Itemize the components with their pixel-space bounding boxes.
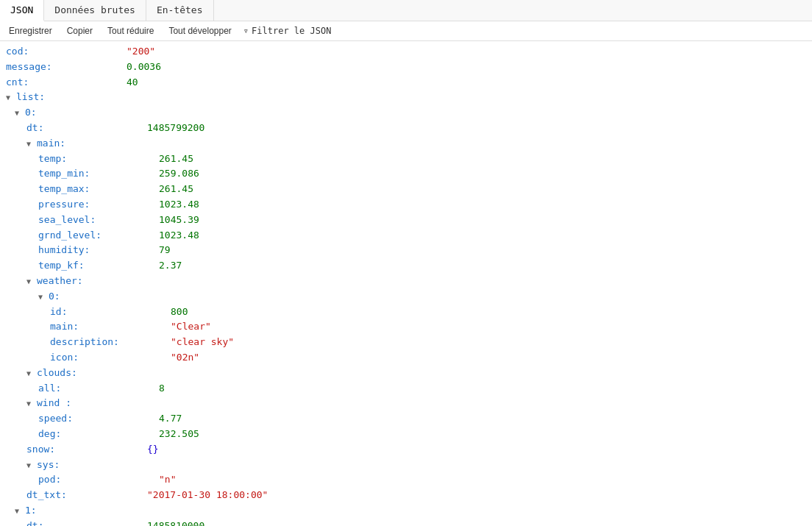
val-dt-txt: "2017-01-30 18:00:00" [147, 488, 268, 503]
toggle-sys[interactable]: ▼ [26, 460, 35, 472]
key-icon: icon: [50, 352, 79, 363]
json-line-cod: cod: "200" [0, 44, 812, 60]
key-all: all: [38, 383, 61, 394]
val-icon: "02n" [171, 350, 199, 366]
toggle-main[interactable]: ▼ [26, 138, 35, 150]
json-line-pod: pod: "n" [0, 472, 812, 488]
json-line-weather: ▼ weather: [0, 274, 812, 289]
json-line-list: ▼ list: [0, 90, 812, 105]
tab-headers[interactable]: En-têtes [146, 0, 214, 21]
json-line-id: id: 800 [0, 305, 812, 320]
val-deg: 232.505 [159, 427, 199, 442]
json-line-weather-0: ▼ 0: [0, 289, 812, 305]
json-line-icon: icon: "02n" [0, 350, 812, 366]
json-line-dt2: dt: 1485810000 [0, 519, 812, 526]
json-line-sea-level: sea_level: 1045.39 [0, 213, 812, 228]
key-speed: speed: [38, 413, 73, 424]
key-sys: sys: [37, 458, 60, 473]
val-sea-level: 1045.39 [159, 213, 199, 228]
toggle-list[interactable]: ▼ [6, 92, 15, 104]
val-temp-max: 261.45 [159, 182, 193, 197]
key-w-main: main: [50, 321, 79, 332]
tab-bar: JSON Données brutes En-têtes [0, 0, 812, 21]
json-line-temp-max: temp_max: 261.45 [0, 182, 812, 197]
filter-icon: ▿ [243, 26, 249, 36]
key-dt-txt: dt_txt: [26, 489, 67, 500]
key-wind: wind : [37, 396, 71, 411]
copy-button[interactable]: Copier [64, 24, 96, 38]
key-main: main: [37, 136, 65, 152]
val-all: 8 [159, 381, 165, 397]
filter-json[interactable]: ▿ Filtrer le JSON [243, 26, 332, 36]
tab-raw-data[interactable]: Données brutes [44, 0, 146, 21]
json-line-temp: temp: 261.45 [0, 152, 812, 167]
toggle-list-0[interactable]: ▼ [15, 107, 24, 119]
json-line-humidity: humidity: 79 [0, 243, 812, 258]
val-temp-min: 259.086 [159, 166, 199, 182]
key-weather: weather: [37, 274, 83, 289]
val-cod: "200" [127, 44, 155, 60]
save-button[interactable]: Enregistrer [6, 24, 55, 38]
json-line-message: message: 0.0036 [0, 60, 812, 75]
key-snow: snow: [26, 444, 55, 455]
json-line-all: all: 8 [0, 381, 812, 397]
key-pod: pod: [38, 474, 61, 485]
json-line-grnd-level: grnd_level: 1023.48 [0, 228, 812, 244]
json-line-list-0: ▼ 0: [0, 105, 812, 121]
json-line-cnt: cnt: 40 [0, 75, 812, 90]
json-line-list-1: ▼ 1: [0, 503, 812, 519]
json-line-dt: dt: 1485799200 [0, 121, 812, 136]
key-list-0: 0: [25, 105, 37, 121]
key-temp-kf: temp_kf: [38, 260, 85, 271]
json-line-dt-txt: dt_txt: "2017-01-30 18:00:00" [0, 488, 812, 503]
val-snow: {} [147, 442, 159, 458]
val-id: 800 [171, 305, 188, 320]
filter-label: Filtrer le JSON [252, 26, 331, 36]
val-dt2: 1485810000 [147, 519, 204, 526]
json-line-temp-kf: temp_kf: 2.37 [0, 258, 812, 274]
key-description: description: [50, 336, 119, 347]
key-id: id: [50, 306, 67, 317]
val-grnd-level: 1023.48 [159, 228, 199, 244]
toggle-weather[interactable]: ▼ [26, 276, 35, 288]
key-temp: temp: [38, 153, 67, 164]
key-temp-max: temp_max: [38, 183, 90, 194]
toggle-list-1[interactable]: ▼ [15, 505, 24, 517]
val-pod: "n" [159, 472, 176, 488]
val-speed: 4.77 [159, 411, 182, 427]
key-message: message: [6, 61, 52, 72]
tab-json[interactable]: JSON [0, 0, 44, 21]
key-sea-level: sea_level: [38, 214, 96, 225]
json-line-deg: deg: 232.505 [0, 427, 812, 442]
val-dt: 1485799200 [147, 121, 204, 136]
json-line-sys: ▼ sys: [0, 458, 812, 473]
json-line-temp-min: temp_min: 259.086 [0, 166, 812, 182]
expand-button[interactable]: Tout développer [165, 24, 234, 38]
key-cnt: cnt: [6, 77, 29, 88]
collapse-button[interactable]: Tout réduire [104, 24, 157, 38]
key-list-1: 1: [25, 503, 37, 519]
key-deg: deg: [38, 428, 61, 439]
val-message: 0.0036 [127, 60, 161, 75]
key-pressure: pressure: [38, 199, 90, 210]
json-line-description: description: "clear sky" [0, 335, 812, 350]
json-content: cod: "200" message: 0.0036 cnt: 40 ▼ lis… [0, 41, 812, 526]
key-dt2: dt: [26, 520, 43, 526]
val-description: "clear sky" [171, 335, 234, 350]
json-line-main: ▼ main: [0, 136, 812, 152]
toggle-wind[interactable]: ▼ [26, 398, 35, 410]
toggle-clouds[interactable]: ▼ [26, 368, 35, 380]
json-line-pressure: pressure: 1023.48 [0, 197, 812, 213]
json-line-clouds: ▼ clouds: [0, 366, 812, 381]
val-humidity: 79 [159, 243, 171, 258]
key-list: list: [16, 90, 45, 105]
val-w-main: "Clear" [171, 319, 211, 335]
key-clouds: clouds: [37, 366, 77, 381]
json-line-wind: ▼ wind : [0, 396, 812, 411]
val-temp: 261.45 [159, 152, 193, 167]
val-pressure: 1023.48 [159, 197, 199, 213]
toggle-weather-0[interactable]: ▼ [38, 291, 47, 303]
key-temp-min: temp_min: [38, 168, 90, 179]
key-grnd-level: grnd_level: [38, 230, 102, 241]
json-line-snow: snow: {} [0, 442, 812, 458]
